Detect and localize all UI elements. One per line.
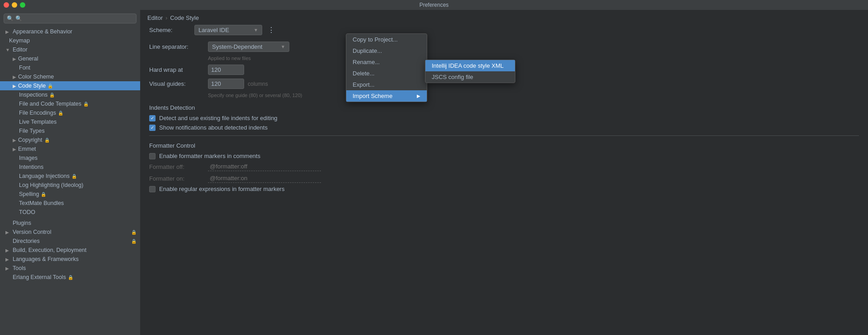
sidebar-item-label: Inspections	[19, 92, 47, 98]
sidebar-item-label: General	[18, 56, 38, 62]
dropdown-item-copy-to-project[interactable]: Copy to Project...	[346, 34, 427, 45]
formatter-on-input[interactable]	[208, 174, 321, 183]
sidebar-item-label: TextMate Bundles	[19, 200, 64, 206]
sidebar-item-file-and-code-templates[interactable]: File and Code Templates 🔒	[0, 99, 140, 108]
window-controls[interactable]	[4, 2, 25, 8]
expand-arrow-icon: ▶	[5, 248, 12, 253]
sidebar-item-spelling[interactable]: Spelling 🔒	[0, 190, 140, 199]
scheme-menu-button[interactable]: ⋮	[266, 25, 277, 35]
sidebar-item-file-encodings[interactable]: File Encodings 🔒	[0, 108, 140, 117]
lock-icon: 🔒	[58, 111, 63, 116]
dropdown-item-delete[interactable]: Delete...	[346, 68, 427, 79]
hard-wrap-input[interactable]	[208, 65, 244, 75]
sidebar-item-code-style[interactable]: ▶ Code Style 🔒	[0, 81, 140, 90]
visual-guides-note: Specify one guide (80) or several (80, 1…	[208, 93, 859, 98]
sidebar-item-images[interactable]: Images	[0, 154, 140, 163]
sidebar-item-todo[interactable]: TODO	[0, 208, 140, 217]
formatter-off-input[interactable]	[208, 162, 321, 171]
expand-arrow-icon: ▶	[5, 257, 12, 262]
scheme-select[interactable]: Laravel IDE ▼	[194, 25, 262, 35]
submenu-item-intellij-xml[interactable]: Intellij IDEA code style XML	[425, 60, 515, 71]
sidebar-item-label: Version Control	[13, 229, 129, 235]
detect-indents-checkbox[interactable]	[149, 115, 156, 121]
line-separator-select[interactable]: System-Dependent ▼	[208, 42, 289, 52]
breadcrumb-code-style: Code Style	[170, 14, 199, 21]
line-separator-note: Applied to new files	[208, 56, 859, 61]
dropdown-item-label: Import Scheme	[353, 93, 392, 99]
maximize-button[interactable]	[20, 2, 25, 8]
enable-markers-checkbox[interactable]	[149, 153, 156, 159]
sidebar-item-live-templates[interactable]: Live Templates	[0, 117, 140, 126]
sidebar-item-plugins[interactable]: Plugins	[0, 219, 140, 228]
lock-icon: 🔒	[68, 275, 73, 280]
submenu-arrow-icon: ▶	[417, 93, 420, 98]
sidebar-item-appearance[interactable]: ▶ Appearance & Behavior	[0, 27, 140, 36]
show-notifications-row[interactable]: Show notifications about detected indent…	[149, 124, 859, 131]
sidebar-item-version-control[interactable]: ▶ Version Control 🔒	[0, 228, 140, 237]
chevron-down-icon: ▼	[281, 44, 285, 49]
sidebar-item-languages-frameworks[interactable]: ▶ Languages & Frameworks	[0, 255, 140, 264]
enable-regex-checkbox[interactable]	[149, 186, 156, 192]
enable-markers-row[interactable]: Enable formatter markers in comments	[149, 153, 859, 159]
lock-icon: 🔒	[41, 192, 46, 197]
formatter-on-row: Formatter on:	[149, 174, 859, 183]
formatter-off-row: Formatter off:	[149, 162, 859, 171]
enable-regex-row[interactable]: Enable regular expressions in formatter …	[149, 186, 859, 192]
dropdown-item-label: Duplicate...	[353, 47, 382, 54]
dropdown-item-duplicate[interactable]: Duplicate...	[346, 45, 427, 56]
title-bar: Preferences	[0, 0, 868, 10]
show-notifications-label: Show notifications about detected indent…	[159, 124, 268, 131]
window-title: Preferences	[420, 2, 449, 8]
sidebar-item-copyright[interactable]: ▶ Copyright 🔒	[0, 135, 140, 144]
lock-icon: 🔒	[83, 102, 89, 107]
sidebar-item-erlang-external-tools[interactable]: Erlang External Tools 🔒	[0, 273, 140, 282]
close-button[interactable]	[4, 2, 9, 8]
expand-arrow-icon: ▶	[5, 266, 12, 271]
sidebar-item-label: File Types	[19, 128, 45, 134]
submenu-item-jscs-config[interactable]: JSCS config file	[425, 71, 515, 83]
sidebar-item-label: Images	[19, 155, 38, 161]
sidebar-item-label: Language Injections	[19, 173, 70, 179]
dropdown-item-export[interactable]: Export...	[346, 79, 427, 90]
sidebar-item-keymap[interactable]: Keymap	[0, 36, 140, 45]
breadcrumb-editor[interactable]: Editor	[147, 14, 163, 21]
show-notifications-checkbox[interactable]	[149, 125, 156, 131]
sidebar-item-label: Keymap	[9, 37, 30, 44]
sidebar-item-log-highlighting[interactable]: Log Highlighting (Ideolog)	[0, 181, 140, 190]
search-box[interactable]: 🔍	[4, 14, 137, 23]
sidebar-item-build-exec-deploy[interactable]: ▶ Build, Execution, Deployment	[0, 246, 140, 255]
sidebar: 🔍 ▶ Appearance & Behavior Keymap ▼ Edito…	[0, 10, 140, 335]
breadcrumb: Editor › Code Style	[140, 10, 868, 25]
sidebar-item-file-types[interactable]: File Types	[0, 126, 140, 135]
sidebar-item-general[interactable]: ▶ General	[0, 54, 140, 63]
dropdown-item-rename[interactable]: Rename...	[346, 56, 427, 68]
visual-guides-input[interactable]	[208, 79, 244, 89]
sidebar-item-intentions[interactable]: Intentions	[0, 163, 140, 172]
sidebar-item-font[interactable]: Font	[0, 63, 140, 72]
expand-arrow-icon: ▶	[13, 138, 16, 143]
sidebar-item-tools[interactable]: ▶ Tools	[0, 264, 140, 273]
submenu-item-label: Intellij IDEA code style XML	[432, 62, 504, 69]
dropdown-item-import-scheme[interactable]: Import Scheme ▶	[346, 90, 427, 102]
expand-arrow-icon: ▶	[13, 56, 16, 61]
sidebar-item-editor[interactable]: ▼ Editor	[0, 45, 140, 54]
search-input[interactable]	[15, 15, 133, 22]
visual-guides-label: Visual guides:	[149, 80, 208, 87]
sidebar-item-label: Languages & Frameworks	[13, 256, 137, 262]
sidebar-item-directories[interactable]: Directories 🔒	[0, 237, 140, 246]
sidebar-item-label: Code Style	[18, 83, 46, 89]
dropdown-item-label: Copy to Project...	[353, 36, 398, 43]
sidebar-item-textmate-bundles[interactable]: TextMate Bundles	[0, 199, 140, 208]
sidebar-item-language-injections[interactable]: Language Injections 🔒	[0, 172, 140, 181]
section-divider	[149, 135, 859, 136]
indents-detection-title: Indents Detection	[149, 104, 859, 111]
minimize-button[interactable]	[12, 2, 17, 8]
detect-indents-row[interactable]: Detect and use existing file indents for…	[149, 115, 859, 121]
sidebar-item-label: Spelling	[19, 191, 39, 197]
sidebar-item-inspections[interactable]: Inspections 🔒	[0, 90, 140, 99]
expand-arrow-icon: ▶	[13, 74, 16, 79]
sidebar-item-label: Editor	[13, 47, 137, 53]
sidebar-item-color-scheme[interactable]: ▶ Color Scheme	[0, 72, 140, 81]
sidebar-item-emmet[interactable]: ▶ Emmet	[0, 144, 140, 154]
enable-regex-label: Enable regular expressions in formatter …	[159, 186, 284, 192]
